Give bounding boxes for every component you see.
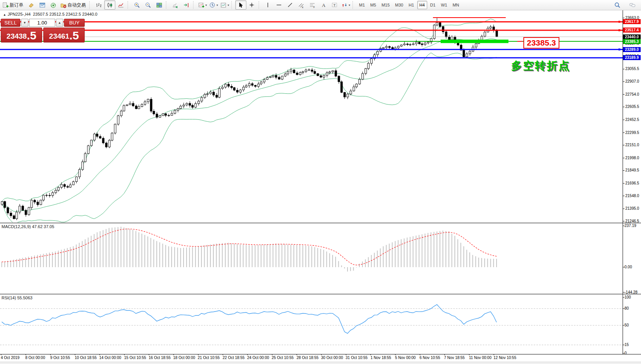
timeframe-mn-button[interactable]: MN <box>450 1 461 9</box>
rsi-tick-label: 50 <box>625 323 640 327</box>
timeframe-h4-button[interactable]: H4 <box>417 1 427 9</box>
price-tick-label: 22452.5 <box>625 118 641 122</box>
bar-chart-button[interactable] <box>93 0 104 10</box>
timeframe-m30-button[interactable]: M30 <box>393 1 405 9</box>
new-order-icon <box>2 2 9 8</box>
cursor-button[interactable] <box>235 0 246 10</box>
chat-button[interactable] <box>627 0 638 10</box>
price-tick-label: 23055.5 <box>625 67 641 71</box>
price-tick-label: 21548.0 <box>625 194 641 198</box>
indicators-button[interactable]: ▾ <box>197 0 208 10</box>
price-tick-label: 22907.0 <box>625 79 641 83</box>
timeframe-m5-button[interactable]: M5 <box>368 1 378 9</box>
rsi-tick-label: 100 <box>625 295 640 299</box>
equidistant-channel-icon: E <box>298 2 305 8</box>
eraser-button[interactable] <box>26 0 37 10</box>
arrows-icon <box>341 2 348 8</box>
buy-price-button[interactable]: 23461.5 <box>43 28 85 42</box>
rsi-tick-label: 0 <box>625 351 640 355</box>
arrows-button[interactable]: ▾ <box>340 0 351 10</box>
line-handle[interactable] <box>618 49 620 51</box>
crosshair-button[interactable] <box>246 0 257 10</box>
new-order-button[interactable]: 新订单 <box>1 0 26 10</box>
price-tick-label: 22151.0 <box>625 143 641 147</box>
search-button[interactable] <box>612 0 623 10</box>
templates-button[interactable]: ▾ <box>219 0 230 10</box>
charts-window-button[interactable] <box>37 0 48 10</box>
line-chart-button[interactable] <box>115 0 126 10</box>
toolbar-separator <box>352 1 355 9</box>
trend-line-button[interactable] <box>285 0 296 10</box>
collapse-icon[interactable]: ▲ <box>3 13 6 16</box>
auto-trading-label: 自动交易 <box>67 2 86 8</box>
time-tick-label: 9 Oct 10:55 <box>50 356 70 360</box>
timeframe-h1-button[interactable]: H1 <box>406 1 416 9</box>
text-label-button[interactable]: T <box>329 0 340 10</box>
sell-price-button[interactable]: 23438.5 <box>1 28 42 42</box>
text-button[interactable]: A <box>318 0 329 10</box>
price-callout-box[interactable]: 23385.3 <box>523 37 559 49</box>
chevron-down-icon[interactable]: ▾ <box>216 3 218 7</box>
line-handle[interactable] <box>618 21 620 23</box>
volume-input[interactable] <box>29 19 55 27</box>
price-tick-label: 22605.5 <box>625 104 641 109</box>
timeframe-d1-button[interactable]: D1 <box>428 1 438 9</box>
indicators-icon <box>198 2 205 8</box>
text-label-icon: T <box>331 2 338 8</box>
zoom-in-icon <box>134 2 140 8</box>
time-tick-label: 24 Oct 00:00 <box>247 356 269 360</box>
horizontal-line-icon <box>276 2 282 8</box>
tile-windows-button[interactable] <box>154 0 165 10</box>
symbol-header: ▲JPN225-,H4 23507.5 23512.5 23412.5 2344… <box>3 12 97 16</box>
auto-trading-button[interactable]: 自动交易 <box>59 0 88 10</box>
auto-scroll-button[interactable] <box>170 0 181 10</box>
bar-chart-icon <box>95 2 102 8</box>
time-tick-label: 4 Oct 2019 <box>1 356 20 360</box>
chevron-down-icon[interactable]: ▾ <box>228 3 229 7</box>
charts-window-icon <box>39 2 46 8</box>
line-handle[interactable] <box>618 29 620 31</box>
equidistant-channel-button[interactable]: E <box>296 0 307 10</box>
buy-button[interactable]: BUY <box>64 19 85 27</box>
volume-down-button[interactable]: ▼ <box>21 19 28 27</box>
one-click-trade-panel: SELL ▼ ▲ BUY 23438.5 23461.5 <box>1 19 85 42</box>
time-tick-label: 6 Nov 10:55 <box>420 356 440 360</box>
signal-button[interactable] <box>48 0 59 10</box>
time-tick-label: 5 Nov 00:00 <box>395 356 416 360</box>
macd-pane <box>2 227 497 271</box>
highlight-band[interactable] <box>441 40 508 43</box>
vertical-line-button[interactable] <box>262 0 274 10</box>
price-tag: 23289.0 <box>623 47 641 52</box>
price-tag: 23385.3 <box>623 39 641 44</box>
sell-button[interactable]: SELL <box>1 19 20 27</box>
timeframe-w1-button[interactable]: W1 <box>439 1 450 9</box>
periods-button[interactable]: ▾ <box>208 0 219 10</box>
zoom-in-button[interactable] <box>131 0 143 10</box>
templates-icon <box>220 2 227 8</box>
chart-shift-button[interactable] <box>181 0 192 10</box>
timeframe-m1-button[interactable]: M1 <box>357 1 367 9</box>
time-tick-label: 25 Oct 10:55 <box>272 356 293 360</box>
timeframe-m15-button[interactable]: M15 <box>379 1 392 9</box>
toolbar-separator <box>166 1 169 9</box>
time-tick-label: 28 Oct 18:55 <box>297 356 318 360</box>
search-icon <box>614 2 621 8</box>
toolbar-separator <box>231 1 234 9</box>
volume-up-button[interactable]: ▲ <box>56 19 63 27</box>
time-tick-label: 8 Oct 00:00 <box>25 356 45 360</box>
chevron-down-icon[interactable]: ▾ <box>349 3 350 7</box>
toolbar: 新订单自动交易▾▾▾EFAT▾M1M5M15M30H1H4D1W1MN <box>0 0 641 10</box>
chart-canvas[interactable] <box>0 0 641 364</box>
candlestick-button[interactable] <box>104 0 115 10</box>
fibonacci-button[interactable]: F <box>307 0 318 10</box>
chevron-down-icon[interactable]: ▾ <box>205 3 207 7</box>
tile-windows-icon <box>156 2 162 8</box>
zoom-out-button[interactable] <box>143 0 154 10</box>
macd-label: MACD(12,26,9) 47.62 37.05 <box>2 224 54 229</box>
time-tick-label: 18 Oct 00:00 <box>173 356 195 360</box>
turning-point-annotation[interactable]: 多空转折点 <box>511 59 571 73</box>
horizontal-line-button[interactable] <box>274 0 285 10</box>
time-tick-label: 30 Oct 00:00 <box>321 356 343 360</box>
auto-scroll-icon <box>172 2 179 8</box>
window-bottom-edge <box>0 362 641 364</box>
